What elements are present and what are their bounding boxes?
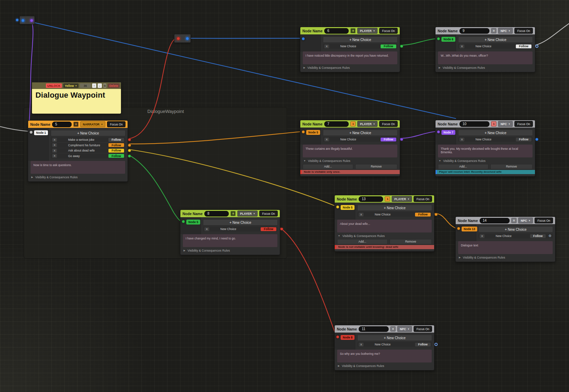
output-port[interactable] xyxy=(128,149,131,152)
output-port[interactable] xyxy=(400,138,403,141)
node-name-input[interactable] xyxy=(460,28,489,34)
input-port[interactable] xyxy=(437,130,440,133)
follow-button[interactable]: Follow xyxy=(381,138,396,141)
choice-row[interactable]: XNew ChoiceFollow xyxy=(323,137,398,142)
node-name-input[interactable] xyxy=(204,211,229,217)
node-name-input[interactable] xyxy=(324,28,349,34)
follow-button[interactable]: Follow xyxy=(415,343,431,346)
dialogue-text[interactable]: About your dead wife... xyxy=(337,220,432,232)
choice-row[interactable]: XNew ChoiceFollow xyxy=(323,44,398,49)
arrow-up-button[interactable]: ↑ xyxy=(92,83,96,88)
dialogue-node-5[interactable]: Node Name0NARRATOR▼Focus OnNode 1+ New C… xyxy=(28,120,128,182)
source-node-badge[interactable]: Node 7 xyxy=(441,130,455,135)
choice-row[interactable]: XNew ChoiceFollow xyxy=(203,227,278,231)
choice-label[interactable]: New Choice xyxy=(466,138,514,141)
new-choice-button[interactable]: + New Choice xyxy=(323,130,398,136)
add-rule-button[interactable]: Add... xyxy=(303,164,353,169)
remove-choice-button[interactable]: X xyxy=(460,138,464,141)
choice-row[interactable]: XNew ChoiceFollow⚙ xyxy=(478,234,553,238)
remove-choice-button[interactable]: X xyxy=(52,154,57,158)
source-node-badge[interactable]: Node 13 xyxy=(462,227,477,231)
output-port[interactable] xyxy=(535,138,538,141)
choice-row[interactable]: XNew ChoiceFollow xyxy=(458,137,533,142)
arrow-down-button[interactable]: ↓ xyxy=(98,83,102,88)
wire-purple-node7-node10[interactable] xyxy=(400,131,437,138)
color-dropdown[interactable]: Yellow▼ xyxy=(63,83,78,88)
sticky-note-title[interactable]: Dialogue Waypoint xyxy=(32,89,121,100)
dialogue-node-11[interactable]: Node Name0NPC▼Focus OnNode 8+ New Choice… xyxy=(334,325,434,370)
node-name-input[interactable] xyxy=(460,121,489,127)
choice-label[interactable]: New Choice xyxy=(366,343,413,346)
reroute-port[interactable] xyxy=(186,37,189,40)
new-choice-button[interactable]: + New Choice xyxy=(357,335,432,341)
new-choice-button[interactable]: + New Choice xyxy=(478,226,553,232)
choice-label[interactable]: Compliment his furniture xyxy=(59,144,106,147)
dialogue-graph-canvas[interactable]: DialogueWaypoint UNLOCK Yellow▼ 36 ↑ ↓ B… xyxy=(0,0,569,392)
source-node-badge[interactable]: Node 8 xyxy=(341,335,355,340)
choice-row[interactable]: XNew ChoiceFollow xyxy=(357,342,432,347)
output-port[interactable] xyxy=(128,144,131,147)
follow-button[interactable]: Follow xyxy=(516,138,531,141)
input-port[interactable] xyxy=(457,227,460,230)
new-choice-button[interactable]: + New Choice xyxy=(203,219,278,226)
role-dropdown[interactable]: NPC▼ xyxy=(498,28,513,34)
rules-toggle[interactable]: ▶Visibility & Consequences Rules xyxy=(184,248,280,253)
dialogue-node-9[interactable]: Node Name0NPC▼Focus OnNode 6+ New Choice… xyxy=(435,27,535,72)
role-dropdown[interactable]: NARRATOR▼ xyxy=(80,121,105,127)
follow-button[interactable]: Follow xyxy=(108,149,124,153)
role-dropdown[interactable]: PLAYER▼ xyxy=(392,196,412,202)
input-port[interactable] xyxy=(182,220,185,223)
rules-toggle[interactable]: ▶Visibility & Consequences Rules xyxy=(459,255,555,260)
reroute-port[interactable] xyxy=(177,37,180,40)
new-choice-button[interactable]: + New Choice xyxy=(458,130,533,136)
dialogue-text[interactable]: Dialogue text xyxy=(458,241,553,254)
role-dropdown[interactable]: PLAYER▼ xyxy=(357,28,377,34)
dialogue-text[interactable]: These curtains are illegaly beautiful. xyxy=(303,145,397,157)
choice-label[interactable]: Make a serious joke xyxy=(59,138,106,141)
choice-label[interactable]: Go away xyxy=(59,154,106,158)
source-node-badge[interactable]: Node 5 xyxy=(306,130,320,135)
remove-choice-button[interactable]: X xyxy=(480,234,485,238)
choice-row[interactable]: XGo awayFollow xyxy=(51,154,125,158)
dialogue-text[interactable]: I have noticed little discrepancy in the… xyxy=(303,51,397,64)
source-node-badge[interactable]: Node 1 xyxy=(34,130,48,135)
dialogue-node-6[interactable]: Node Name0PLAYER▼Focus On+ New ChoiceXNe… xyxy=(300,27,400,72)
role-dropdown[interactable]: PLAYER▼ xyxy=(357,121,377,127)
delete-button[interactable]: Delete xyxy=(108,83,120,88)
remove-choice-button[interactable]: X xyxy=(52,143,57,147)
reroute-port[interactable] xyxy=(21,19,25,22)
focus-on-button[interactable]: Focus On xyxy=(414,326,432,332)
wire-orange-node13-node14[interactable] xyxy=(435,213,457,229)
choice-label[interactable]: New Choice xyxy=(331,138,379,141)
output-port[interactable] xyxy=(434,213,438,216)
choice-label[interactable]: New Choice xyxy=(366,213,413,216)
source-node-badge[interactable]: Node 5 xyxy=(341,205,355,210)
input-port[interactable] xyxy=(336,205,339,209)
rules-toggle[interactable]: ▶Visibility & Consequences Rules xyxy=(303,66,400,70)
rules-toggle[interactable]: ▼Visibility & Consequences Rules xyxy=(338,234,434,238)
focus-on-button[interactable]: Focus On xyxy=(414,196,432,202)
input-port[interactable] xyxy=(302,37,305,40)
dialogue-text[interactable]: I have changed my mind, I need to go. xyxy=(183,234,277,247)
follow-button[interactable]: Follow xyxy=(108,143,124,147)
output-port[interactable] xyxy=(535,45,538,48)
focus-on-button[interactable]: Focus On xyxy=(514,28,533,34)
rules-toggle[interactable]: ▶Visibility & Consequences Rules xyxy=(31,175,128,179)
node-name-input[interactable] xyxy=(359,196,383,202)
remove-choice-button[interactable]: X xyxy=(324,44,329,48)
choice-label[interactable]: New Choice xyxy=(211,227,259,231)
remove-choice-button[interactable]: X xyxy=(204,227,209,231)
floating-port-dot[interactable] xyxy=(16,19,18,21)
role-dropdown[interactable]: PLAYER▼ xyxy=(237,211,258,217)
rules-toggle[interactable]: ▶Visibility & Consequences Rules xyxy=(338,364,434,368)
add-rule-button[interactable]: Add... xyxy=(337,239,388,244)
choice-row[interactable]: XAsk about dead wifeFollow xyxy=(51,148,125,153)
role-dropdown[interactable]: NPC▼ xyxy=(498,121,513,127)
source-node-badge[interactable]: Node 6 xyxy=(441,37,455,42)
new-choice-button[interactable]: + New Choice xyxy=(51,130,125,136)
node-name-input[interactable] xyxy=(359,326,389,332)
rules-toggle[interactable]: ▼Visibility & Consequences Rules xyxy=(303,159,400,163)
reroute-node[interactable] xyxy=(19,16,35,24)
gear-icon[interactable]: ⚙ xyxy=(548,234,552,238)
unlock-button[interactable]: UNLOCK xyxy=(46,83,62,88)
